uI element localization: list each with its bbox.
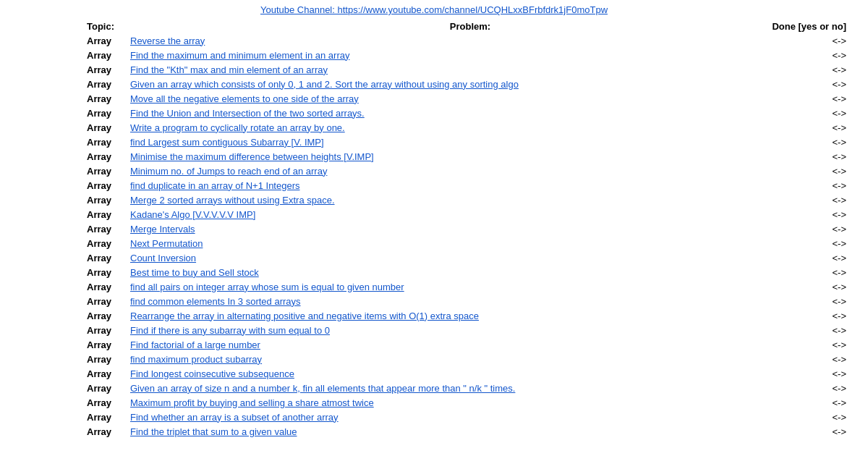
cell-topic: Array [0,253,130,263]
cell-problem: Move all the negative elements to one si… [130,93,752,104]
cell-done: <-> [752,325,868,336]
cell-topic: Array [0,426,130,437]
cell-problem: Merge 2 sorted arrays without using Extr… [130,195,752,206]
cell-problem: Find if there is any subarray with sum e… [130,325,752,336]
problem-link[interactable]: Find longest coinsecutive subsequence [130,368,294,379]
problem-link[interactable]: Minimum no. of Jumps to reach end of an … [130,166,327,177]
cell-problem: Count Inversion [130,253,752,263]
cell-problem: Best time to buy and Sell stock [130,267,752,278]
table-row: ArrayMerge Intervals<-> [0,221,868,236]
cell-done: <-> [752,137,868,148]
cell-problem: Maximum profit by buying and selling a s… [130,397,752,408]
problem-link[interactable]: Best time to buy and Sell stock [130,267,259,278]
table-row: ArrayKadane's Algo [V.V.V.V.V IMP]<-> [0,207,868,221]
table-row: ArrayGiven an array which consists of on… [0,77,868,91]
cell-done: <-> [752,267,868,278]
table-row: ArrayCount Inversion<-> [0,250,868,265]
cell-done: <-> [752,296,868,307]
problem-link[interactable]: Next Permutation [130,238,203,249]
cell-done: <-> [752,238,868,249]
cell-topic: Array [0,354,130,365]
table-row: ArrayFind if there is any subarray with … [0,323,868,337]
problem-link[interactable]: Maximum profit by buying and selling a s… [130,397,374,408]
cell-topic: Array [0,50,130,61]
cell-topic: Array [0,238,130,249]
problem-link[interactable]: Given an array of size n and a number k,… [130,383,515,394]
problem-link[interactable]: Find the Union and Intersection of the t… [130,108,365,119]
cell-problem: Merge Intervals [130,224,752,235]
cell-done: <-> [752,209,868,220]
problem-link[interactable]: find Largest sum contiguous Subarray [V.… [130,137,324,148]
cell-done: <-> [752,412,868,423]
cell-problem: find duplicate in an array of N+1 Intege… [130,180,752,191]
cell-problem: Find longest coinsecutive subsequence [130,368,752,379]
cell-problem: Reverse the array [130,35,752,46]
table-header: Topic: Problem: Done [yes or no] [0,18,868,33]
cell-topic: Array [0,151,130,162]
problem-link[interactable]: Find the "Kth" max and min element of an… [130,64,328,75]
problem-link[interactable]: Find factorial of a large number [130,339,260,350]
cell-topic: Array [0,122,130,133]
cell-done: <-> [752,93,868,104]
youtube-link[interactable]: Youtube Channel: https://www.youtube.com… [260,4,608,15]
cell-topic: Array [0,166,130,177]
cell-problem: find common elements In 3 sorted arrays [130,296,752,307]
cell-topic: Array [0,296,130,307]
problem-link[interactable]: Count Inversion [130,253,196,263]
cell-problem: Find the "Kth" max and min element of an… [130,64,752,75]
table-row: Arrayfind maximum product subarray<-> [0,352,868,366]
problem-link[interactable]: find duplicate in an array of N+1 Intege… [130,180,300,191]
table-row: ArrayMaximum profit by buying and sellin… [0,395,868,410]
header-topic: Topic: [0,21,130,32]
cell-done: <-> [752,35,868,46]
table-row: ArrayFind the Union and Intersection of … [0,106,868,120]
cell-done: <-> [752,354,868,365]
table-row: ArrayFind whether an array is a subset o… [0,410,868,424]
cell-problem: Write a program to cyclically rotate an … [130,122,752,133]
problem-link[interactable]: Find whether an array is a subset of ano… [130,412,339,423]
table-row: Arrayfind common elements In 3 sorted ar… [0,294,868,308]
problem-link[interactable]: Kadane's Algo [V.V.V.V.V IMP] [130,209,255,220]
cell-problem: Minimum no. of Jumps to reach end of an … [130,166,752,177]
cell-done: <-> [752,79,868,90]
youtube-link-container: Youtube Channel: https://www.youtube.com… [0,0,868,18]
problem-link[interactable]: Reverse the array [130,35,205,46]
table-row: ArrayFind factorial of a large number<-> [0,337,868,352]
table-row: Arrayfind Largest sum contiguous Subarra… [0,135,868,149]
cell-problem: Kadane's Algo [V.V.V.V.V IMP] [130,209,752,220]
problem-link[interactable]: Merge 2 sorted arrays without using Extr… [130,195,335,206]
cell-problem: Minimise the maximum difference between … [130,151,752,162]
cell-done: <-> [752,282,868,292]
cell-done: <-> [752,368,868,379]
cell-topic: Array [0,267,130,278]
table-row: ArrayMinimum no. of Jumps to reach end o… [0,164,868,178]
cell-topic: Array [0,93,130,104]
problem-link[interactable]: find all pairs on integer array whose su… [130,282,404,292]
problem-link[interactable]: Rearrange the array in alternating posit… [130,311,479,321]
cell-topic: Array [0,108,130,119]
problem-link[interactable]: Write a program to cyclically rotate an … [130,122,345,133]
header-done: Done [yes or no] [752,21,868,32]
cell-done: <-> [752,50,868,61]
table-row: ArrayWrite a program to cyclically rotat… [0,120,868,135]
cell-topic: Array [0,368,130,379]
cell-topic: Array [0,224,130,235]
cell-topic: Array [0,79,130,90]
table-row: Arrayfind duplicate in an array of N+1 I… [0,178,868,193]
problem-link[interactable]: Given an array which consists of only 0,… [130,79,519,90]
cell-topic: Array [0,64,130,75]
table-row: ArrayNext Permutation<-> [0,236,868,250]
cell-done: <-> [752,108,868,119]
problem-link[interactable]: Find the maximum and minimum element in … [130,50,349,61]
problem-link[interactable]: Find the triplet that sum to a given val… [130,426,297,437]
problem-link[interactable]: Merge Intervals [130,224,195,235]
table-row: ArrayRearrange the array in alternating … [0,308,868,323]
cell-topic: Array [0,397,130,408]
cell-problem: find Largest sum contiguous Subarray [V.… [130,137,752,148]
problem-link[interactable]: find common elements In 3 sorted arrays [130,296,301,307]
problem-link[interactable]: Move all the negative elements to one si… [130,93,359,104]
problem-link[interactable]: find maximum product subarray [130,354,262,365]
problem-link[interactable]: Minimise the maximum difference between … [130,151,374,162]
cell-problem: find maximum product subarray [130,354,752,365]
problem-link[interactable]: Find if there is any subarray with sum e… [130,325,330,336]
